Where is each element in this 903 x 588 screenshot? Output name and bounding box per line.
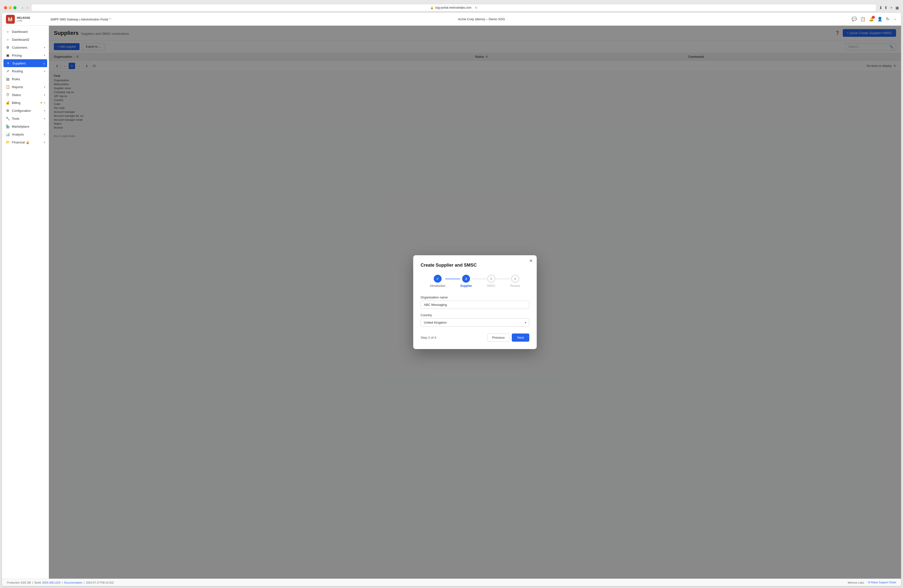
- country-label: Country: [421, 313, 529, 317]
- sidebar-item-customers[interactable]: ⚙ Customers ▾: [2, 44, 49, 51]
- notif-badge: [872, 16, 875, 19]
- center-title: Acme Corp (demo) – Demo SSG: [112, 17, 852, 21]
- customers-arrow: ▾: [44, 46, 45, 49]
- billing-arrow: ▾: [44, 102, 45, 104]
- minimize-button[interactable]: [9, 6, 12, 9]
- documentation-link[interactable]: Documentation: [64, 581, 82, 584]
- back-button[interactable]: ‹: [21, 5, 24, 10]
- sidebar-item-analysis[interactable]: 📊 Analysis ▾: [2, 130, 49, 138]
- url-text: ssg-portal.melroselabs.com: [435, 6, 472, 9]
- user-icon[interactable]: 👤: [877, 17, 883, 22]
- browser-nav-controls: ‹ ›: [21, 5, 29, 10]
- email-icon: ✉: [868, 581, 871, 584]
- notification-icon[interactable]: 🔔: [869, 17, 874, 22]
- step-4-circle: 4: [511, 275, 519, 283]
- routing-icon: ↗: [5, 69, 10, 73]
- tools-arrow: ▾: [44, 117, 45, 120]
- build-number: 2024.208.1229: [42, 581, 60, 584]
- financial-arrow: ▾: [44, 141, 45, 144]
- tabs-icon[interactable]: ▣: [895, 5, 899, 10]
- messages-icon[interactable]: 💬: [852, 17, 857, 22]
- content-area: Suppliers Suppliers and SMSC connections…: [49, 26, 901, 579]
- logo-icon: M: [6, 15, 15, 24]
- configuration-icon: ⚙: [5, 108, 10, 113]
- dashboard2-icon: ○: [5, 38, 10, 41]
- sidebar-item-configuration[interactable]: ⚙ Configuration ▾: [2, 107, 49, 114]
- sidebar-item-reports[interactable]: 📋 Reports ▾: [2, 83, 49, 91]
- sidebar-item-pricing[interactable]: ▣ Pricing ▾: [2, 51, 49, 59]
- sidebar-item-marketplace[interactable]: 🏪 Marketplace: [2, 122, 49, 130]
- step-2-label: Supplier: [460, 284, 472, 288]
- billing-dot: [41, 102, 42, 103]
- tools-icon: 🔧: [5, 116, 10, 121]
- docs-icon[interactable]: 📋: [860, 17, 865, 22]
- status-arrow: ▾: [44, 94, 45, 96]
- org-name-input[interactable]: [421, 301, 529, 309]
- sidebar-item-tools[interactable]: 🔧 Tools ▾: [2, 114, 49, 122]
- marketplace-icon: 🏪: [5, 124, 10, 129]
- next-button[interactable]: Next: [512, 334, 529, 342]
- logout-icon[interactable]: →: [893, 17, 897, 22]
- routing-arrow: ▾: [44, 70, 45, 72]
- modal-close-button[interactable]: ✕: [529, 259, 533, 263]
- suppliers-icon: ≡: [6, 61, 10, 65]
- refresh-icon[interactable]: ↻: [886, 17, 889, 22]
- suppliers-arrow: ▴: [44, 62, 45, 65]
- sidebar-item-routing[interactable]: ↗ Routing ▾: [2, 67, 49, 75]
- status-icon: ⏱: [5, 93, 10, 97]
- browser-toolbar-right: ⬇ ⬆ ＋ ▣: [879, 5, 899, 10]
- sidebar-item-dashboard2[interactable]: ○ Dashboard2: [2, 36, 49, 44]
- new-tab-icon[interactable]: ＋: [889, 5, 894, 10]
- step-3-label: SMSC: [487, 284, 496, 288]
- sidebar-item-financial[interactable]: 📁 Financial 🔒 ▾: [2, 138, 49, 146]
- step-4-label: Review: [510, 284, 520, 288]
- org-name-group: Organisation name: [421, 295, 529, 309]
- rules-icon: ▤: [5, 77, 10, 81]
- financial-icon: 📁: [5, 140, 10, 144]
- modal-actions: Previous Next: [488, 334, 529, 342]
- country-select[interactable]: United Kingdom United States Germany Fra…: [421, 318, 529, 326]
- billing-icon: 💰: [5, 101, 10, 105]
- configuration-arrow: ▾: [44, 109, 45, 112]
- footer: Production SSG DB | Build: 2024.208.1229…: [2, 579, 901, 586]
- pricing-icon: ▣: [5, 53, 10, 57]
- share-icon[interactable]: ⬆: [884, 5, 887, 10]
- download-icon[interactable]: ⬇: [879, 5, 882, 10]
- previous-button[interactable]: Previous: [488, 334, 510, 342]
- lock-icon: 🔒: [430, 6, 434, 9]
- customers-icon: ⚙: [5, 45, 10, 49]
- reports-arrow: ▾: [44, 86, 45, 88]
- sidebar-item-dashboard[interactable]: ○ Dashboard: [2, 28, 49, 36]
- logo-area: M MELROSE LABS: [6, 15, 50, 24]
- support-ticket-link[interactable]: ✉ Raise Support Ticket: [868, 581, 896, 584]
- org-name-label: Organisation name: [421, 295, 529, 299]
- reload-icon[interactable]: ↻: [475, 6, 478, 9]
- top-header: M MELROSE LABS SMPP SMS Gateway | Admini…: [2, 13, 901, 26]
- connector-1-2: [445, 279, 460, 279]
- analysis-arrow: ▾: [44, 133, 45, 136]
- footer-date: 2024-07-27T08:16:53Z: [86, 581, 114, 584]
- logo-sub: LABS: [17, 19, 30, 22]
- svg-text:M: M: [8, 16, 13, 22]
- sidebar-item-rules[interactable]: ▤ Rules: [2, 75, 49, 83]
- browser-chrome: ‹ › 🔒 ssg-portal.melroselabs.com ↻ ⬇ ⬆ ＋…: [0, 0, 903, 13]
- maximize-button[interactable]: [13, 6, 17, 9]
- app-container: M MELROSE LABS SMPP SMS Gateway | Admini…: [2, 13, 901, 586]
- modal-create-supplier: ✕ Create Supplier and SMSC ✓ Introductio…: [413, 255, 537, 349]
- sidebar-item-suppliers[interactable]: ≡ Suppliers ▴: [3, 59, 47, 67]
- step-3-smsc: 3 SMSC: [487, 275, 496, 288]
- traffic-lights: [4, 6, 17, 9]
- sidebar-item-status[interactable]: ⏱ Status ▾: [2, 91, 49, 99]
- step-1-introduction: ✓ Introduction: [430, 275, 445, 288]
- step-2-supplier: 2 Supplier: [460, 275, 472, 288]
- modal-footer: Step 2 of 4 Previous Next: [421, 334, 529, 342]
- footer-left: Production SSG DB | Build: 2024.208.1229…: [7, 581, 114, 584]
- close-button[interactable]: [4, 6, 7, 9]
- address-bar[interactable]: 🔒 ssg-portal.melroselabs.com ↻: [31, 4, 876, 11]
- footer-right: Melrose Labs ✉ Raise Support Ticket: [848, 581, 896, 584]
- forward-button[interactable]: ›: [26, 5, 29, 10]
- pricing-arrow: ▾: [44, 54, 45, 57]
- header-right: 💬 📋 🔔 👤 ↻ →: [852, 17, 897, 22]
- step-2-circle: 2: [462, 275, 470, 283]
- sidebar-item-billing[interactable]: 💰 Billing ▾: [2, 99, 49, 107]
